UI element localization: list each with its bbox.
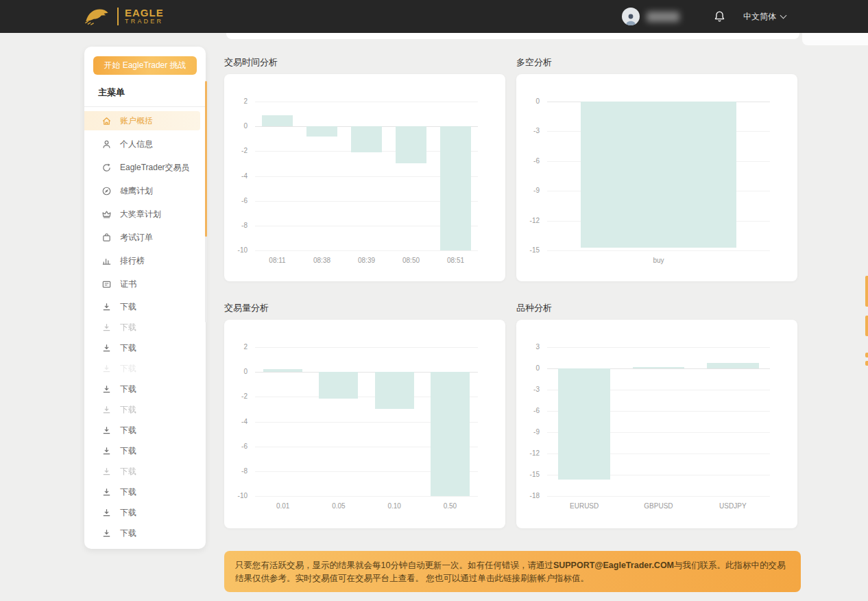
- x-axis-tick-label: 0.01: [255, 502, 311, 510]
- user-avatar[interactable]: [622, 8, 640, 25]
- sidebar-item-download[interactable]: 下载: [84, 299, 200, 314]
- bar-08:38[interactable]: [306, 126, 338, 137]
- download-label: 下载: [120, 425, 136, 436]
- x-axis-tick-label: 08:11: [255, 257, 300, 264]
- ranking-bars-icon: [101, 256, 112, 266]
- bar-08:11[interactable]: [262, 115, 293, 126]
- scrolled-card-bottom-edge-right: [802, 33, 868, 45]
- sidebar-item-eagle-plan[interactable]: 雄鹰计划: [84, 181, 200, 200]
- notification-bell-icon[interactable]: [714, 10, 725, 23]
- chart-title-trading-time: 交易时间分析: [224, 56, 278, 69]
- floating-widget-fragment[interactable]: [865, 316, 868, 336]
- sidebar-item-label: 个人信息: [120, 139, 153, 150]
- download-icon: [101, 302, 112, 312]
- sidebar-scrollbar-thumb[interactable]: [205, 81, 207, 237]
- bar-0.01[interactable]: [263, 369, 302, 373]
- start-challenge-button[interactable]: 开始 EagleTrader 挑战: [93, 56, 197, 75]
- logo-text-trader: TRADER: [125, 18, 164, 25]
- y-axis-tick-label: -18: [516, 492, 540, 499]
- download-label: 下载: [120, 528, 136, 539]
- download-icon: [101, 405, 112, 415]
- download-label: 下载: [120, 384, 136, 395]
- x-axis-tick-label: EURUSD: [547, 502, 621, 510]
- bar-0.05[interactable]: [319, 372, 358, 399]
- sidebar-item-download[interactable]: 下载: [84, 320, 200, 335]
- sidebar-item-leaderboard[interactable]: 排行榜: [84, 251, 200, 270]
- floating-widget-fragment[interactable]: [865, 276, 868, 307]
- sidebar-item-download[interactable]: 下载: [84, 526, 200, 541]
- sidebar-item-label: 雄鹰计划: [120, 185, 153, 197]
- y-axis-tick-label: 0: [224, 368, 248, 375]
- download-icon: [101, 425, 112, 436]
- sidebar-item-download[interactable]: 下载: [84, 361, 200, 376]
- y-axis-tick-label: 0: [516, 97, 540, 105]
- sidebar-item-download[interactable]: 下载: [84, 381, 200, 397]
- brand-logo[interactable]: EAGLE TRADER: [82, 4, 164, 29]
- bar-GBPUSD[interactable]: [633, 367, 685, 368]
- gridline: [255, 102, 478, 102]
- sidebar-item-exam-orders[interactable]: 考试订单: [84, 228, 200, 247]
- sidebar-item-account-overview[interactable]: 账户概括: [84, 111, 200, 130]
- bar-EURUSD[interactable]: [558, 368, 610, 480]
- username-redacted: [647, 12, 679, 22]
- person-avatar-icon: [624, 12, 638, 25]
- sidebar-item-label: 考试订单: [120, 232, 153, 244]
- y-axis-tick-label: -6: [224, 443, 248, 450]
- chart-card-volume: 20-2-4-6-8-100.010.050.100.50: [224, 320, 505, 528]
- sidebar-item-download[interactable]: 下载: [84, 443, 200, 458]
- bar-chart-volume: 20-2-4-6-8-100.010.050.100.50: [224, 320, 505, 528]
- bar-USDJPY[interactable]: [707, 363, 759, 368]
- order-bag-icon: [101, 233, 112, 243]
- language-label: 中文简体: [743, 11, 776, 23]
- sidebar-item-download[interactable]: 下载: [84, 340, 200, 355]
- certificate-icon: [101, 279, 112, 290]
- scrolled-card-bottom-edge: [226, 33, 799, 39]
- notice-banner: 只要您有活跃交易，显示的结果就会每10分钟自动更新一次。如有任何错误，请通过SU…: [224, 551, 801, 592]
- logo-text-eagle: EAGLE: [125, 8, 164, 18]
- top-header: EAGLE TRADER 中文简体: [0, 0, 868, 33]
- y-axis-tick-label: -9: [516, 428, 540, 436]
- sidebar-item-download[interactable]: 下载: [84, 402, 200, 417]
- download-icon: [101, 322, 112, 333]
- download-label: 下载: [120, 322, 136, 333]
- user-icon: [101, 139, 112, 150]
- sidebar-item-download[interactable]: 下载: [84, 484, 200, 499]
- sidebar-item-eagletrader-trader[interactable]: EagleTrader交易员: [84, 158, 200, 177]
- eagle-icon: [82, 6, 111, 27]
- sidebar-item-download[interactable]: 下载: [84, 464, 200, 479]
- y-axis-tick-label: -12: [516, 449, 540, 457]
- notice-text: 刷新帐户指标值。: [520, 574, 589, 583]
- bar-08:50[interactable]: [396, 126, 427, 163]
- sidebar-item-label: 大奖章计划: [120, 209, 161, 220]
- bar-08:39[interactable]: [351, 126, 383, 152]
- download-icon: [101, 343, 112, 353]
- sidebar-item-download[interactable]: 下载: [84, 505, 200, 520]
- download-label: 下载: [120, 445, 136, 457]
- sidebar-item-medal-plan[interactable]: 大奖章计划: [84, 204, 200, 224]
- sidebar: 开始 EagleTrader 挑战 主菜单 账户概括 个人信息 EagleTra…: [84, 47, 206, 549]
- sidebar-item-label: 排行榜: [120, 255, 145, 267]
- bar-08:51[interactable]: [440, 126, 472, 250]
- bar-buy[interactable]: [581, 102, 737, 248]
- floating-widget-dot: [865, 361, 868, 366]
- sidebar-item-personal-info[interactable]: 个人信息: [84, 134, 200, 154]
- bar-0.50[interactable]: [431, 372, 470, 496]
- y-axis-tick-label: -3: [516, 386, 540, 393]
- chevron-down-icon: [780, 12, 787, 19]
- gridline: [547, 250, 770, 251]
- language-selector[interactable]: 中文简体: [743, 11, 786, 23]
- home-icon: [101, 116, 112, 126]
- y-axis-tick-label: -8: [224, 467, 248, 475]
- download-icon: [101, 364, 112, 374]
- bar-0.10[interactable]: [375, 372, 414, 409]
- gridline: [255, 250, 478, 251]
- sidebar-item-download[interactable]: 下载: [84, 423, 200, 438]
- floating-widget-dot: [865, 353, 868, 357]
- download-label: 下载: [120, 363, 136, 375]
- x-axis-tick-label: 0.10: [367, 502, 422, 510]
- sidebar-item-certificate[interactable]: 证书: [84, 274, 200, 294]
- chart-title-symbols: 品种分析: [516, 302, 552, 314]
- crown-icon: [101, 209, 112, 220]
- refresh-metrics-link[interactable]: 单击此链接: [477, 574, 520, 583]
- sidebar-divider: [84, 106, 206, 107]
